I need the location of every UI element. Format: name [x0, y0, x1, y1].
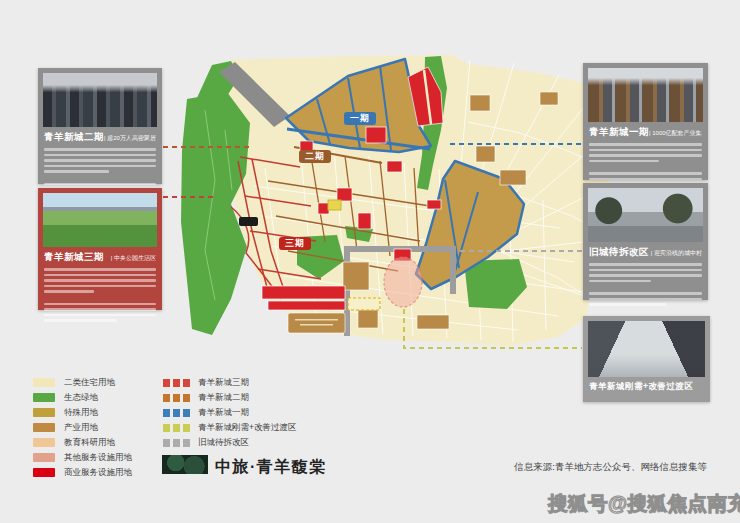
legend-label: 青羊新城三期: [198, 377, 249, 389]
map-label-phase2: 二期: [299, 150, 331, 163]
legend-dashed-swatch: [163, 424, 190, 432]
legend-color-swatch: [33, 408, 55, 417]
legend-item: 青羊新城二期: [163, 390, 296, 405]
card-qingyang-phase1: 青羊新城一期 | 1000亿配套产业集群: [583, 63, 708, 180]
planned-parcel-outline: [348, 298, 380, 310]
legend-item: 特殊用地: [33, 405, 132, 420]
legend-land-use: 二类住宅用地生态绿地特殊用地产业用地教育科研用地其他服务设施用地商业服务设施用地: [33, 375, 132, 480]
legend-zones: 青羊新城三期青羊新城二期青羊新城一期青羊新城刚需+改善过渡区旧城待拆改区: [163, 375, 296, 450]
map-label-phase1: 一期: [344, 112, 376, 125]
card-qingyang-phase2: 青羊新城二期 | 超20万人高密聚居区: [38, 68, 162, 184]
legend-label: 教育科研用地: [64, 437, 115, 449]
legend-color-swatch: [33, 378, 55, 387]
project-highlight-circle: [384, 257, 422, 307]
poster: 一期 二期 三期 青羊新城二期 | 超20万人高密聚居区 青羊新城三期 | 中央…: [0, 0, 740, 523]
black-map-label: [239, 217, 258, 226]
card-photo-park: [43, 193, 157, 247]
card-title: 青羊新城三期: [44, 251, 104, 264]
card-body-text: [589, 263, 702, 306]
legend-item: 其他服务设施用地: [33, 450, 132, 465]
legend-label: 青羊新城一期: [198, 407, 249, 419]
yellow-parcel: [328, 200, 341, 210]
card-title: 旧城待拆改区: [589, 246, 649, 259]
legend-item: 青羊新城三期: [163, 375, 296, 390]
legend-label: 特殊用地: [64, 407, 98, 419]
card-transition-zone: 青羊新城刚需+改善过渡区: [583, 316, 710, 402]
card-photo-business-district: [588, 68, 703, 122]
map-label-phase3: 三期: [279, 237, 311, 250]
card-subtitle: | 1000亿配套产业集群: [649, 129, 702, 138]
legend-item: 二类住宅用地: [33, 375, 132, 390]
legend-color-swatch: [33, 438, 55, 447]
legend-item: 青羊新城一期: [163, 405, 296, 420]
legend-label: 青羊新城刚需+改善过渡区: [198, 422, 296, 434]
card-title: 青羊新城刚需+改善过渡区: [589, 381, 693, 393]
legend-dashed-swatch: [163, 379, 190, 387]
legend-label: 二类住宅用地: [64, 377, 115, 389]
card-photo-cityscape: [43, 73, 157, 127]
legend-item: 产业用地: [33, 420, 132, 435]
legend-label: 青羊新城二期: [198, 392, 249, 404]
legend-item: 教育科研用地: [33, 435, 132, 450]
card-photo-towers: [588, 321, 705, 377]
legend-item: 生态绿地: [33, 390, 132, 405]
card-old-town-redevelopment: 旧城待拆改区 | 迎宾沿线的城中村: [583, 183, 708, 300]
legend-color-swatch: [33, 423, 55, 432]
legend-dashed-swatch: [163, 439, 190, 447]
watermark: 搜狐号@搜狐焦点南充站: [548, 490, 740, 517]
legend-label: 生态绿地: [64, 392, 98, 404]
card-qingyang-phase3: 青羊新城三期 | 中央公园生活区: [38, 188, 162, 310]
card-subtitle: | 中央公园生活区: [111, 254, 156, 263]
legend-item: 青羊新城刚需+改善过渡区: [163, 420, 296, 435]
source-note: 信息来源:青羊地方志公众号、网络信息搜集等: [514, 461, 707, 474]
legend-item: 商业服务设施用地: [33, 465, 132, 480]
brand-name: 中旅·青羊馥棠: [215, 457, 327, 478]
legend-label: 产业用地: [64, 422, 98, 434]
card-title: 青羊新城二期: [44, 131, 104, 144]
legend-item: 旧城待拆改区: [163, 435, 296, 450]
legend-color-swatch: [33, 468, 55, 477]
card-photo-street: [588, 188, 703, 242]
legend-dashed-swatch: [163, 409, 190, 417]
brand-logo-image: [162, 455, 208, 474]
legend-dashed-swatch: [163, 394, 190, 402]
legend-color-swatch: [33, 393, 55, 402]
card-title: 青羊新城一期: [589, 126, 649, 139]
card-body-text: [44, 268, 156, 322]
card-subtitle: | 超20万人高密聚居区: [104, 134, 156, 143]
card-subtitle: | 迎宾沿线的城中村: [651, 249, 702, 258]
legend-label: 旧城待拆改区: [198, 437, 249, 449]
legend-label: 其他服务设施用地: [64, 452, 132, 464]
legend-color-swatch: [33, 453, 55, 462]
legend-label: 商业服务设施用地: [64, 467, 132, 479]
